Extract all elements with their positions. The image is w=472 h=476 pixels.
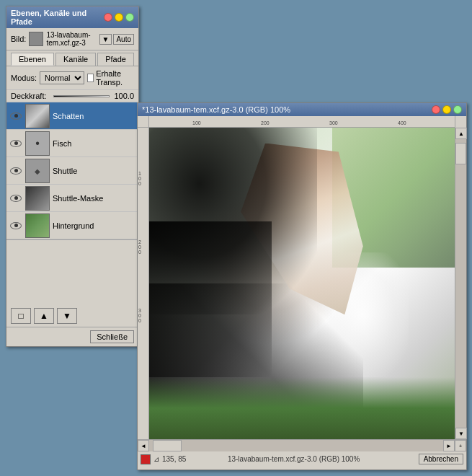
bild-dropdown-btn[interactable]: ▼ bbox=[99, 34, 112, 45]
scroll-up-btn[interactable]: ▲ bbox=[455, 128, 467, 139]
tab-pfade[interactable]: Pfade bbox=[97, 53, 134, 66]
ruler-corner bbox=[138, 116, 149, 128]
eye-icon-shuttle-maske[interactable] bbox=[9, 192, 22, 205]
modus-select[interactable]: Normal bbox=[40, 71, 84, 84]
scroll-right-btn[interactable]: ► bbox=[443, 440, 455, 451]
erhalte-label: Erhalte Transp. bbox=[96, 69, 134, 87]
layer-name-shuttle-maske: Shuttle-Maske bbox=[53, 194, 135, 203]
bild-preview-thumb bbox=[29, 32, 43, 46]
layer-item-fisch[interactable]: Fisch bbox=[6, 130, 138, 157]
new-layer-btn[interactable]: □ bbox=[11, 308, 31, 324]
panel-header: Bild: 13-lavabaum-tem.xcf.gz-3 ▼ Auto bbox=[6, 28, 138, 50]
status-coords: 135, 85 bbox=[162, 455, 225, 463]
image-titlebar: *13-lavabaum-tem.xcf.gz-3.0 (RGB) 100% bbox=[138, 103, 466, 116]
layer-item-schatten[interactable]: Schatten bbox=[6, 102, 138, 130]
layers-panel: Ebenen, Kanäle und Pfade Bild: 13-lavaba… bbox=[6, 6, 139, 347]
layer-item-shuttle-maske[interactable]: Shuttle-Maske bbox=[6, 185, 138, 212]
ruler-mark-400: 400 bbox=[398, 120, 406, 125]
titlebar-buttons bbox=[104, 13, 134, 22]
close-btn[interactable]: Schließe bbox=[90, 330, 134, 343]
deckkraft-label: Deckkraft: bbox=[11, 92, 50, 100]
ruler-mark-200: 200 bbox=[261, 120, 270, 125]
layer-up-btn[interactable]: ▲ bbox=[34, 308, 54, 324]
ruler-horizontal: 100 200 300 400 bbox=[149, 116, 455, 128]
image-window: *13-lavabaum-tem.xcf.gz-3.0 (RGB) 100% 1… bbox=[137, 102, 467, 470]
scrollbar-bottom: ◄ ► bbox=[138, 440, 455, 451]
ruler-row: 100 200 300 400 bbox=[138, 116, 466, 128]
close-window-btn[interactable] bbox=[104, 13, 112, 22]
canvas-area[interactable] bbox=[149, 128, 455, 439]
layer-thumb-schatten bbox=[25, 104, 50, 128]
opacity-row: Deckkraft: 100.0 bbox=[6, 90, 138, 102]
auto-btn[interactable]: Auto bbox=[113, 34, 134, 45]
img-bottom-forest bbox=[149, 377, 455, 439]
modus-label: Modus: bbox=[11, 74, 37, 82]
panel-close-row: Schließe bbox=[6, 327, 138, 346]
scroll-track-bottom[interactable] bbox=[149, 440, 443, 451]
ruler-vertical: 100 200 300 bbox=[138, 128, 149, 439]
ruler-mark-300: 300 bbox=[329, 120, 338, 125]
tabs-row: Ebenen Kanäle Pfade bbox=[6, 50, 138, 66]
canvas-row: 100 200 300 ▲ bbox=[138, 128, 466, 439]
layer-thumb-fisch bbox=[25, 131, 50, 156]
ruler-vmark-100: 100 bbox=[138, 171, 141, 186]
scroll-left-btn[interactable]: ◄ bbox=[138, 440, 149, 451]
erhalte-row: Erhalte Transp. bbox=[87, 69, 134, 87]
layers-list: Schatten Fisch Shuttle bbox=[6, 102, 138, 240]
scroll-thumb-bottom[interactable] bbox=[153, 440, 182, 451]
layer-name-shuttle: Shuttle bbox=[53, 167, 135, 175]
panel-toolbar: □ ▲ ▼ bbox=[6, 305, 138, 327]
bild-filename: 13-lavabaum-tem.xcf.gz-3 bbox=[46, 31, 96, 47]
tab-ebenen[interactable]: Ebenen bbox=[11, 53, 54, 66]
image-min-btn[interactable] bbox=[442, 105, 451, 114]
layer-item-shuttle[interactable]: Shuttle bbox=[6, 157, 138, 185]
bottom-area: ◄ ► + bbox=[138, 439, 466, 451]
image-titlebar-buttons bbox=[432, 105, 462, 114]
layers-panel-titlebar: Ebenen, Kanäle und Pfade bbox=[6, 6, 138, 28]
opacity-value: 100.0 bbox=[112, 92, 134, 100]
maximize-window-btn[interactable] bbox=[125, 13, 134, 22]
eye-icon-fisch[interactable] bbox=[9, 137, 22, 150]
status-color-box bbox=[141, 454, 151, 464]
opacity-slider[interactable] bbox=[53, 95, 110, 97]
image-title: *13-lavabaum-tem.xcf.gz-3.0 (RGB) 100% bbox=[142, 105, 290, 114]
layer-thumb-hintergrund bbox=[25, 213, 50, 238]
scroll-down-btn[interactable]: ▼ bbox=[455, 428, 467, 439]
ruler-vmark-200: 200 bbox=[138, 239, 141, 255]
bild-label: Bild: bbox=[11, 35, 26, 43]
eye-icon-shuttle[interactable] bbox=[9, 164, 22, 177]
layer-name-hintergrund: Hintergrund bbox=[53, 221, 135, 230]
layer-name-schatten: Schatten bbox=[53, 112, 135, 120]
image-close-btn[interactable] bbox=[432, 105, 440, 114]
scrollbar-right: ▲ ▼ bbox=[455, 128, 466, 439]
layers-panel-title: Ebenen, Kanäle und Pfade bbox=[11, 9, 104, 26]
eye-icon-schatten[interactable] bbox=[9, 110, 22, 123]
ruler-right-spacer bbox=[455, 116, 466, 128]
ruler-vmark-300: 300 bbox=[138, 308, 141, 323]
layer-thumb-shuttle-maske bbox=[25, 186, 50, 211]
scroll-thumb-right[interactable] bbox=[455, 143, 466, 164]
layer-name-fisch: Fisch bbox=[53, 139, 135, 148]
layer-item-hintergrund[interactable]: Hintergrund bbox=[6, 212, 138, 239]
image-max-btn[interactable] bbox=[453, 105, 462, 114]
canvas-image bbox=[149, 128, 455, 439]
status-info: 13-lavabaum-tem.xcf.gz-3.0 (RGB) 100% bbox=[228, 455, 416, 463]
image-content: 100 200 300 400 100 200 300 bbox=[138, 116, 466, 467]
tab-kanaele[interactable]: Kanäle bbox=[55, 53, 96, 66]
status-bar: ⊿ 135, 85 13-lavabaum-tem.xcf.gz-3.0 (RG… bbox=[138, 451, 466, 467]
layer-down-btn[interactable]: ▼ bbox=[57, 308, 77, 324]
mode-row: Modus: Normal Erhalte Transp. bbox=[6, 66, 138, 90]
layer-thumb-shuttle bbox=[25, 159, 50, 183]
erhalte-checkbox[interactable] bbox=[87, 74, 94, 82]
minimize-window-btn[interactable] bbox=[115, 13, 123, 22]
status-resize-icon: ⊿ bbox=[153, 455, 159, 463]
eye-icon-hintergrund[interactable] bbox=[9, 219, 22, 232]
status-cancel-btn[interactable]: Abbrechen bbox=[419, 454, 463, 464]
scroll-track-right[interactable] bbox=[455, 139, 466, 428]
corner-resize-btn[interactable]: + bbox=[455, 440, 466, 451]
ruler-mark-100: 100 bbox=[192, 120, 201, 125]
bild-controls: ▼ Auto bbox=[99, 34, 134, 45]
